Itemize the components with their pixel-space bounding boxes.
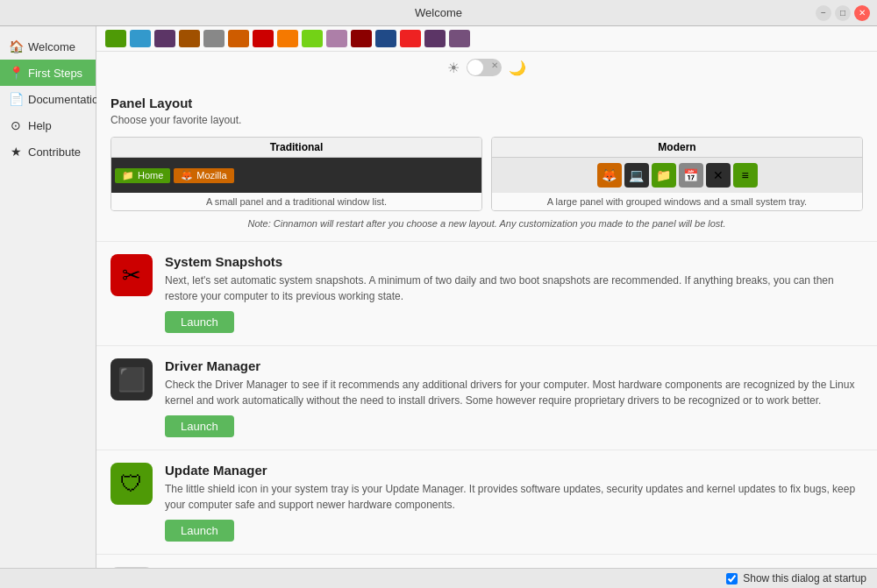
system-snapshots-icon: ✂ [111,254,153,296]
theme-color-9[interactable] [302,30,323,47]
theme-color-8[interactable] [277,30,298,47]
theme-color-12[interactable] [375,30,396,47]
sidebar-item-documentation[interactable]: 📄 Documentation [0,86,96,112]
darkmode-toggle[interactable]: ✕ [467,59,502,76]
driver-manager-title: Driver Manager [165,358,863,373]
sidebar-label-first-steps: First Steps [28,67,82,80]
traditional-panel: 📁 Home 🦊 Mozilla [111,158,481,193]
moon-icon: 🌙 [509,60,526,76]
window-controls: − □ ✕ [816,5,870,21]
layout-option-traditional[interactable]: Traditional 📁 Home 🦊 Mozilla [111,137,482,211]
trad-home-btn: 📁 Home [115,168,170,183]
close-button[interactable]: ✕ [854,5,870,21]
home-icon: 🏠 [9,39,23,53]
traditional-header: Traditional [111,138,481,158]
sidebar-item-contribute[interactable]: ★ Contribute [0,138,96,165]
darkmode-toggle-row: ☀ ✕ 🌙 [96,52,877,83]
theme-color-3[interactable] [154,30,175,47]
sidebar-item-help[interactable]: ⊙ Help [0,112,96,138]
modern-preview: 🦊 💻 📁 📅 ✕ ≡ [492,158,862,193]
traditional-preview: 📁 Home 🦊 Mozilla [111,158,481,193]
update-manager-title: Update Manager [165,463,863,478]
main-content: ☀ ✕ 🌙 Panel Layout Choose your favorite … [96,26,877,568]
app-body: 🏠 Welcome 📍 First Steps 📄 Documentation … [0,26,877,568]
driver-manager-icon: ⬛ [111,358,153,400]
modern-icon-3: 📁 [652,163,676,188]
traditional-desc: A small panel and a traditional window l… [111,193,481,210]
system-snapshots-section: ✂ System Snapshots Next, let's set autom… [96,242,877,346]
sidebar: 🏠 Welcome 📍 First Steps 📄 Documentation … [0,26,96,568]
help-icon: ⊙ [9,118,23,132]
titlebar: Welcome − □ ✕ [0,0,877,26]
documentation-icon: 📄 [9,92,23,106]
star-icon: ★ [9,145,23,159]
sidebar-label-contribute: Contribute [28,145,81,159]
layout-option-modern[interactable]: Modern 🦊 💻 📁 📅 ✕ ≡ A large panel with gr… [491,137,863,211]
firefox-icon: 🦊 [181,170,193,181]
system-snapshots-title: System Snapshots [165,254,863,269]
theme-color-7[interactable] [253,30,274,47]
driver-manager-section: ⬛ Driver Manager Check the Driver Manage… [96,346,877,450]
minimize-button[interactable]: − [816,5,831,21]
sidebar-item-first-steps[interactable]: 📍 First Steps [0,60,96,86]
driver-manager-desc: Check the Driver Manager to see if it re… [165,377,863,408]
update-manager-launch[interactable]: Launch [165,520,234,542]
theme-color-13[interactable] [400,30,421,47]
first-steps-icon: 📍 [9,66,23,80]
panel-layout-section: Panel Layout Choose your favorite layout… [96,83,877,242]
modern-icon-6: ≡ [733,163,758,188]
layout-options: Traditional 📁 Home 🦊 Mozilla [111,137,863,211]
show-dialog-text: Show this dialog at startup [743,572,866,584]
show-dialog-checkbox[interactable] [726,573,738,584]
shield-icon: 🛡 [120,471,143,498]
panel-layout-desc: Choose your favorite layout. [111,112,863,128]
driver-manager-body: Driver Manager Check the Driver Manager … [165,358,863,437]
modern-panel: 🦊 💻 📁 📅 ✕ ≡ [492,158,862,193]
system-settings-section: ⚙ System Settings Have a look at the sys… [96,555,877,568]
modern-icon-1: 🦊 [597,163,622,188]
toggle-x-label: ✕ [491,60,498,70]
toggle-thumb [467,60,483,75]
system-snapshots-body: System Snapshots Next, let's set automat… [165,254,863,333]
modern-icon-4: 📅 [679,163,703,188]
update-manager-body: Update Manager The little shield icon in… [165,463,863,542]
theme-color-5[interactable] [203,30,225,47]
sidebar-label-welcome: Welcome [28,40,75,53]
modern-icon-2: 💻 [624,163,649,188]
trad-mozilla-btn: 🦊 Mozilla [174,168,233,183]
bottom-bar: Show this dialog at startup [0,568,877,588]
theme-color-1[interactable] [105,30,126,47]
theme-color-4[interactable] [179,30,200,47]
panel-note: Note: Cinnamon will restart after you ch… [111,218,863,229]
panel-layout-title: Panel Layout [111,96,863,110]
maximize-button[interactable]: □ [835,5,851,21]
driver-icon-glyph: ⬛ [118,366,146,393]
modern-desc: A large panel with grouped windows and a… [492,193,862,210]
update-manager-icon: 🛡 [111,463,153,505]
show-dialog-label[interactable]: Show this dialog at startup [726,572,866,584]
window-title: Welcome [415,6,462,19]
theme-color-6[interactable] [228,30,249,47]
snapshots-icon-glyph: ✂ [122,262,141,289]
theme-bar [96,26,877,52]
modern-header: Modern [492,138,862,158]
sun-icon: ☀ [447,60,460,76]
system-snapshots-launch[interactable]: Launch [165,311,234,333]
theme-color-15[interactable] [449,30,470,47]
modern-icon-5: ✕ [706,163,731,188]
sidebar-label-help: Help [28,119,52,132]
system-snapshots-desc: Next, let's set automatic system snapsho… [165,273,863,304]
update-manager-section: 🛡 Update Manager The little shield icon … [96,450,877,555]
theme-color-2[interactable] [130,30,151,47]
driver-manager-launch[interactable]: Launch [165,415,234,437]
theme-color-14[interactable] [424,30,446,47]
theme-color-11[interactable] [351,30,372,47]
sidebar-item-welcome[interactable]: 🏠 Welcome [0,33,96,60]
folder-icon: 📁 [122,170,134,181]
sidebar-label-documentation: Documentation [28,93,104,106]
update-manager-desc: The little shield icon in your system tr… [165,481,863,513]
theme-color-10[interactable] [326,30,347,47]
